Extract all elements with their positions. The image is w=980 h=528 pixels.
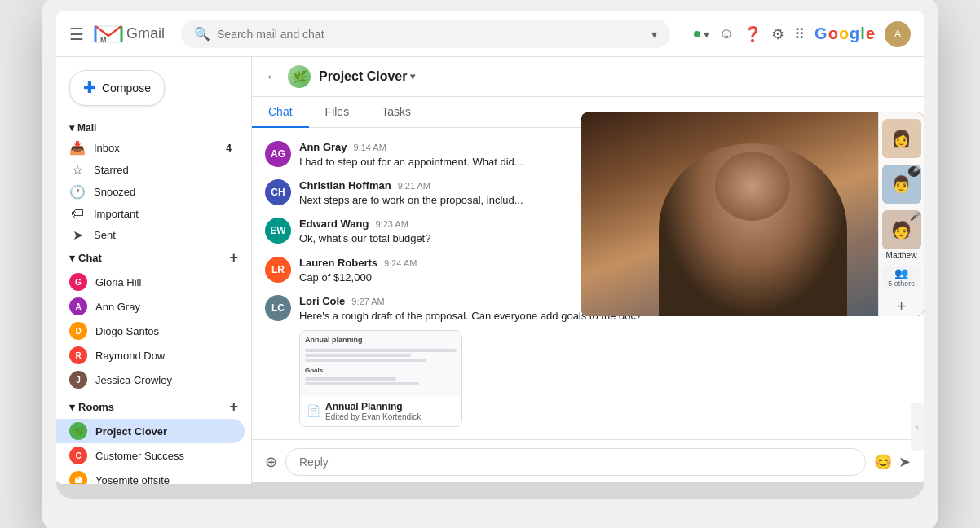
add-chat-button[interactable]: + <box>229 249 238 266</box>
back-button[interactable]: ← <box>265 68 280 86</box>
mail-section-label: ▾ Mail <box>56 119 251 137</box>
participant-thumb-1: 👩 <box>882 119 921 158</box>
status-dot <box>694 31 700 37</box>
mail-arrow-icon: ▾ <box>69 122 74 134</box>
search-bar[interactable]: 🔍 ▾ <box>181 20 670 48</box>
sidebar-item-snoozed[interactable]: 🕐 Snoozed <box>56 181 245 203</box>
gmail-text: Gmail <box>126 25 165 42</box>
video-main <box>581 112 924 316</box>
rooms-section-header[interactable]: ▾ Rooms + <box>56 395 251 419</box>
compose-button[interactable]: ✚ Compose <box>69 70 165 106</box>
sidebar-item-customer-success[interactable]: C Customer Success <box>56 443 245 468</box>
reply-emoji-button[interactable]: 😊 <box>874 453 892 471</box>
add-room-button[interactable]: + <box>229 398 238 416</box>
apps-grid-icon[interactable]: ⠿ <box>794 25 805 43</box>
status-dropdown[interactable]: ▾ <box>704 28 709 41</box>
doc-line <box>305 359 426 362</box>
tab-chat[interactable]: Chat <box>252 97 309 128</box>
tab-files[interactable]: Files <box>309 97 366 128</box>
gloria-avatar: G <box>69 273 87 291</box>
sidebar-item-project-clover[interactable]: 🌿 Project Clover <box>56 419 245 443</box>
message-time: 9:24 AM <box>384 258 417 268</box>
video-participant-2[interactable]: 👨 🎤 <box>882 165 921 204</box>
lauren-msg-avatar: LR <box>265 257 291 283</box>
doc-subtitle: Edited by Evan Kortendick <box>325 412 421 421</box>
chat-area: ← 🌿 Project Clover ▾ Chat Files Tasks <box>252 57 924 484</box>
doc-file-icon: 📄 <box>307 404 320 417</box>
doc-title: Annual Planning <box>325 401 421 412</box>
add-to-call-button[interactable]: + <box>897 297 907 316</box>
jessica-avatar: J <box>69 371 87 389</box>
sidebar: ✚ Compose ▾ Mail 📥 Inbox 4 ☆ Starred <box>56 57 252 484</box>
rooms-arrow-icon: ▾ <box>69 401 75 413</box>
sidebar-item-gloria[interactable]: G Gloria Hill <box>56 270 245 294</box>
sidebar-item-sent[interactable]: ➤ Sent <box>56 224 245 246</box>
message-time: 9:21 AM <box>398 181 430 191</box>
gmail-m-icon: M <box>94 23 123 46</box>
sidebar-item-starred[interactable]: ☆ Starred <box>56 159 245 181</box>
compose-label: Compose <box>102 81 151 95</box>
inbox-icon: 📥 <box>69 140 86 156</box>
emoji-icon[interactable]: ☺ <box>719 25 734 42</box>
user-avatar[interactable]: A <box>885 21 911 47</box>
sidebar-item-ann[interactable]: A Ann Gray <box>56 294 245 319</box>
message-time: 9:23 AM <box>375 219 408 229</box>
doc-attachment[interactable]: Annual planning Goals 📄 <box>299 330 462 427</box>
ann-msg-avatar: AG <box>265 141 291 167</box>
scrollbar[interactable]: › <box>911 403 924 451</box>
reply-input[interactable] <box>285 448 866 476</box>
svg-text:M: M <box>100 36 107 44</box>
matthew-participant[interactable]: 🧑 🎤 Matthew <box>882 210 921 260</box>
raymond-avatar: R <box>69 346 87 364</box>
doc-line <box>305 354 411 357</box>
side-video-panel: 👩 👨 🎤 🧑 <box>878 112 924 316</box>
sidebar-item-important[interactable]: 🏷 Important <box>56 203 245 224</box>
doc-footer: 📄 Annual Planning Edited by Evan Kortend… <box>300 396 461 426</box>
others-participants[interactable]: 👥 5 others <box>882 266 921 288</box>
message-sender: Edward Wang <box>299 218 369 230</box>
yosemite-avatar: 🏔 <box>69 471 87 484</box>
message-sender: Ann Gray <box>299 141 347 153</box>
top-bar: ☰ M Gmail 🔍 ▾ ▾ <box>56 11 924 57</box>
chat-header: ← 🌿 Project Clover ▾ <box>252 57 924 97</box>
doc-preview-title: Annual planning <box>305 336 457 344</box>
participant-thumb-2: 👨 🎤 <box>882 165 921 204</box>
reply-actions: 😊 ➤ <box>874 453 911 471</box>
person-silhouette <box>659 143 847 317</box>
goals-label: Goals <box>305 367 457 374</box>
video-participant-1[interactable]: 👩 <box>882 119 921 158</box>
room-dropdown-icon[interactable]: ▾ <box>410 71 415 82</box>
google-logo: Google <box>814 24 875 43</box>
customer-success-avatar: C <box>69 447 87 464</box>
star-icon: ☆ <box>69 162 86 178</box>
search-input[interactable] <box>217 28 645 41</box>
status-indicator[interactable]: ▾ <box>694 28 709 41</box>
room-name: Project Clover ▾ <box>319 69 415 84</box>
doc-line <box>305 349 457 352</box>
help-icon[interactable]: ❓ <box>744 25 761 43</box>
add-attachment-button[interactable]: ⊕ <box>265 453 277 471</box>
matthew-mic-icon: 🎤 <box>910 212 920 221</box>
sidebar-item-diogo[interactable]: D Diogo Santos <box>56 319 245 343</box>
compose-plus-icon: ✚ <box>83 79 95 97</box>
sidebar-item-raymond[interactable]: R Raymond Dow <box>56 343 245 367</box>
message-sender: Lori Cole <box>299 295 345 307</box>
sidebar-item-inbox[interactable]: 📥 Inbox 4 <box>56 137 245 159</box>
edward-msg-avatar: EW <box>265 218 291 244</box>
sidebar-item-jessica[interactable]: J Jessica Crowley <box>56 367 245 392</box>
doc-info: Annual Planning Edited by Evan Kortendic… <box>325 401 421 421</box>
sidebar-item-yosemite[interactable]: 🏔 Yosemite offsite <box>56 468 245 484</box>
settings-icon[interactable]: ⚙ <box>771 25 784 43</box>
tab-tasks[interactable]: Tasks <box>365 97 427 128</box>
send-button[interactable]: ➤ <box>898 453 911 471</box>
others-count: 5 others <box>888 279 915 288</box>
video-call-overlay: 👩 👨 🎤 🧑 <box>581 112 924 316</box>
message-sender: Christian Hoffman <box>299 179 391 191</box>
mic-off-icon: 🎤 <box>908 166 920 177</box>
main-content: ✚ Compose ▾ Mail 📥 Inbox 4 ☆ Starred <box>56 57 924 484</box>
ann-avatar: A <box>69 297 87 315</box>
search-dropdown-icon[interactable]: ▾ <box>651 28 657 41</box>
chat-section-header[interactable]: ▾ Chat + <box>56 246 251 270</box>
doc-line <box>305 377 396 381</box>
menu-icon[interactable]: ☰ <box>69 24 84 44</box>
